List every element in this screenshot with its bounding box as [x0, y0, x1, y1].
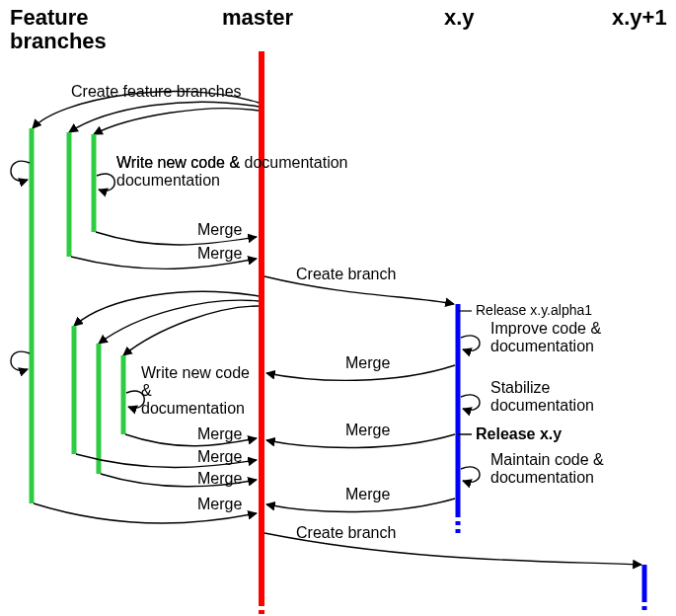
loop-improve [461, 336, 480, 350]
header-xy: x.y [444, 5, 475, 30]
label-merge-f4: Merge [197, 448, 242, 465]
label-stabilize: Stabilize documentation [490, 379, 594, 414]
label-maintain: Maintain code & documentation [490, 451, 608, 486]
loop-f1-top [11, 161, 30, 181]
loop-f3 [97, 174, 114, 191]
label-release-alpha1: Release x.y.alpha1 [476, 302, 592, 318]
label-create-branch-1: Create branch [296, 266, 396, 282]
label-create-branch-2: Create branch [296, 524, 396, 541]
header-master: master [222, 5, 294, 30]
label-merge-xy-2: Merge [345, 422, 390, 438]
arrow-create-f6 [123, 306, 259, 355]
label-merge-f6: Merge [197, 425, 242, 442]
loop-maintain [461, 467, 480, 482]
loop-stabilize [461, 395, 480, 410]
label-merge-f5: Merge [197, 470, 242, 487]
label-merge-2: Merge [197, 245, 242, 262]
label-merge-xy-1: Merge [345, 354, 390, 371]
loop-f1-bottom [11, 351, 30, 370]
label-improve: Improve code & documentation [490, 320, 606, 354]
header-feature: Feature [10, 5, 88, 30]
branch-workflow-diagram: Feature branches master x.y x.y+1 Create… [0, 0, 676, 616]
header-branches: branches [10, 29, 107, 53]
label-merge-f1: Merge [197, 496, 242, 512]
arrow-create-f5 [99, 300, 259, 344]
arrow-create-f2 [69, 102, 259, 132]
label-write-new-code-2: Write new code & documentation [141, 364, 254, 417]
label-release-xy: Release x.y [476, 425, 562, 442]
label-merge-xy-3: Merge [345, 486, 390, 502]
header-xy1: x.y+1 [612, 5, 667, 30]
label-merge-1: Merge [197, 221, 242, 238]
label-write-new-code-1: Write new code & documentation [116, 154, 245, 189]
